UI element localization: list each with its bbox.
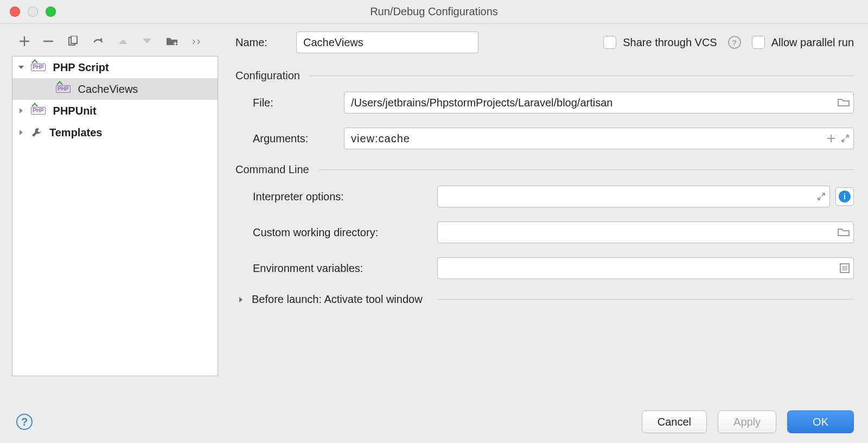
sidebar: ›› PHP PHP Script PHP CacheViews PHP [0, 24, 225, 382]
interpreter-options-label: Interpreter options: [253, 191, 437, 203]
tree-node-phpunit[interactable]: PHP PHPUnit [12, 100, 218, 122]
ok-button[interactable]: OK [787, 410, 854, 433]
folder-icon[interactable] [166, 36, 178, 46]
tree-label: CacheViews [78, 83, 138, 96]
php-icon: PHP [31, 64, 46, 71]
parallel-run-checkbox[interactable]: Allow parallel run [752, 36, 854, 49]
tree-node-templates[interactable]: Templates [12, 122, 218, 143]
php-icon: PHP [31, 107, 46, 115]
close-window-icon[interactable] [10, 7, 20, 17]
divider [437, 299, 854, 300]
chevron-right-icon[interactable] [18, 107, 25, 114]
edit-icon[interactable] [92, 35, 104, 47]
checkbox-icon [752, 36, 765, 49]
zoom-window-icon[interactable] [46, 7, 56, 17]
name-label: Name: [235, 36, 288, 49]
dialog-footer: ? Cancel Apply OK [0, 410, 868, 433]
move-up-icon [118, 37, 128, 45]
share-vcs-label: Share through VCS [623, 36, 717, 49]
divider [319, 169, 854, 170]
section-header: Configuration [235, 69, 300, 82]
apply-button: Apply [718, 410, 776, 433]
parallel-run-label: Allow parallel run [771, 36, 854, 49]
divider [310, 75, 854, 76]
form-panel: Name: Share through VCS ? Allow parallel… [225, 24, 868, 382]
name-input[interactable] [296, 31, 478, 53]
tree-label: PHPUnit [53, 105, 97, 117]
arguments-input[interactable] [344, 128, 854, 149]
info-icon: i [839, 191, 851, 202]
file-input[interactable] [344, 92, 854, 113]
env-label: Environment variables: [253, 262, 437, 275]
add-icon[interactable] [20, 36, 29, 46]
configuration-section: Configuration [235, 69, 854, 82]
more-icon[interactable]: ›› [192, 35, 201, 47]
cwd-label: Custom working directory: [253, 226, 437, 239]
help-button[interactable]: ? [16, 414, 33, 430]
tree-label: PHP Script [53, 61, 109, 74]
chevron-right-icon[interactable] [18, 129, 25, 136]
browse-folder-icon[interactable] [838, 227, 850, 237]
command-line-section: Command Line [235, 163, 854, 176]
cwd-input[interactable] [437, 221, 854, 243]
sidebar-toolbar: ›› [12, 31, 218, 56]
copy-icon[interactable] [67, 36, 78, 47]
expand-icon[interactable] [817, 192, 826, 201]
cancel-button[interactable]: Cancel [642, 410, 707, 433]
window-title: Run/Debug Configurations [0, 5, 868, 18]
svg-rect-1 [71, 36, 77, 43]
help-icon[interactable]: ? [728, 36, 741, 49]
tree-node-php-script[interactable]: PHP PHP Script [12, 56, 218, 78]
tree-node-cacheviews[interactable]: PHP CacheViews [12, 78, 218, 100]
list-icon[interactable] [840, 263, 850, 273]
add-icon[interactable] [827, 134, 835, 143]
configurations-tree[interactable]: PHP PHP Script PHP CacheViews PHP PHPUni… [12, 56, 218, 376]
browse-folder-icon[interactable] [838, 98, 850, 107]
file-label: File: [253, 97, 344, 109]
move-down-icon [142, 37, 152, 45]
env-input[interactable] [437, 257, 854, 279]
chevron-down-icon[interactable] [18, 64, 25, 71]
minimize-window-icon [28, 7, 38, 17]
share-vcs-checkbox[interactable]: Share through VCS [603, 36, 717, 49]
window-controls [10, 7, 56, 17]
interpreter-options-input[interactable] [437, 186, 830, 207]
info-button[interactable]: i [835, 187, 854, 206]
remove-icon[interactable] [43, 36, 53, 46]
tree-label: Templates [49, 126, 102, 139]
chevron-right-icon[interactable] [238, 296, 244, 303]
checkbox-icon [603, 36, 616, 49]
expand-icon[interactable] [841, 134, 850, 143]
wrench-icon [31, 127, 42, 138]
arguments-label: Arguments: [253, 132, 344, 145]
section-header: Command Line [235, 163, 309, 176]
php-icon: PHP [56, 85, 71, 93]
titlebar: Run/Debug Configurations [0, 0, 868, 24]
before-launch-label[interactable]: Before launch: Activate tool window [252, 293, 423, 306]
